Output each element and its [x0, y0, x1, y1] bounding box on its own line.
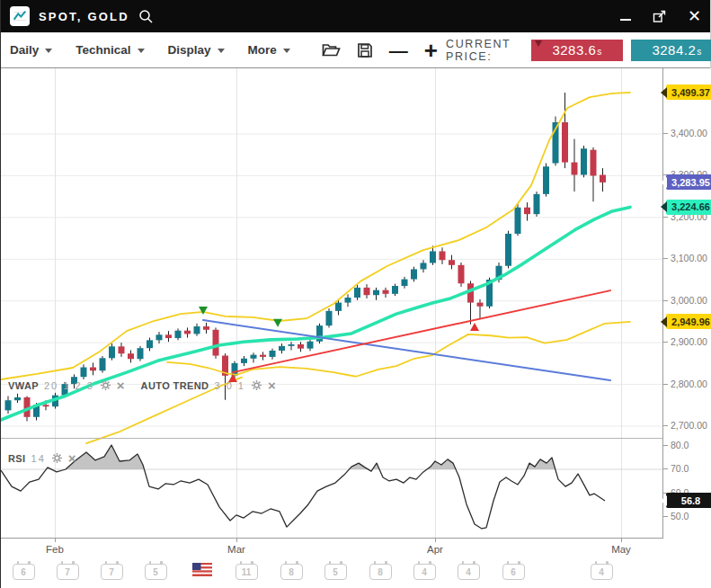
- candle-body: [184, 331, 191, 334]
- candle-body: [572, 163, 578, 175]
- calendar-day-icon[interactable]: 4: [413, 564, 436, 580]
- vwap-params: 20 1 2 3: [44, 380, 94, 391]
- rsi-label: RSI: [8, 453, 26, 464]
- price-tick-label: 2,700.00: [663, 420, 707, 431]
- sell-triangle-icon: [199, 307, 208, 315]
- ask-price-badge[interactable]: 3284.2s: [631, 40, 711, 61]
- candle-body: [43, 405, 49, 406]
- bid-price-badge[interactable]: 3283.6s: [531, 40, 623, 61]
- search-icon[interactable]: [138, 9, 154, 24]
- calendar-day-icon[interactable]: 4: [458, 564, 480, 580]
- candle-body: [194, 326, 200, 334]
- price-tick-label: 3,000.00: [663, 295, 707, 306]
- calendar-day-icon[interactable]: 5: [145, 564, 167, 580]
- price-level-badge: 3,224.66: [666, 200, 711, 215]
- candle-body: [298, 344, 304, 349]
- candle-body: [421, 263, 427, 269]
- vwap-settings-gear-icon[interactable]: [100, 379, 111, 391]
- candle-body: [373, 290, 379, 296]
- calendar-day-icon[interactable]: 7: [57, 564, 79, 580]
- price-tick-label: 3,100.00: [663, 253, 707, 263]
- candle-body: [430, 251, 436, 263]
- autotrend-resistance-line: [203, 320, 610, 380]
- app-logo-icon: [10, 6, 30, 26]
- autotrend-params: 3 0 1: [214, 380, 244, 391]
- candle-body: [5, 400, 12, 410]
- candle-body: [128, 353, 134, 359]
- calendar-day-icon[interactable]: 6: [13, 564, 35, 580]
- menu-display[interactable]: Display: [168, 43, 225, 57]
- indicator-legend-row: VWAP 20 1 2 3 × AUTO TREND 3 0 1 ×: [8, 379, 276, 392]
- candle-body: [279, 346, 285, 351]
- rsi-settings-gear-icon[interactable]: [51, 452, 63, 464]
- app-window: SPOT, GOLD ✕ Daily Technical: [0, 0, 711, 588]
- candle-body: [392, 286, 398, 294]
- price-level-badge: 2,949.96: [666, 314, 711, 329]
- chevron-down-icon: [45, 49, 52, 53]
- price-tick-label: 2,900.00: [663, 336, 707, 347]
- candle-body: [213, 330, 219, 356]
- zoom-out-button[interactable]: —: [389, 41, 408, 59]
- candle-body: [477, 303, 484, 307]
- candle-body: [515, 208, 521, 234]
- rsi-legend-row: RSI 14 ×: [8, 451, 76, 465]
- chart-plot[interactable]: [1, 68, 663, 558]
- candle-body: [364, 288, 370, 295]
- month-label: Mar: [217, 544, 256, 555]
- price-tick-label: 50.0: [663, 511, 689, 521]
- candle-body: [14, 397, 21, 400]
- autotrend-label: AUTO TREND: [141, 380, 209, 391]
- candle-body: [203, 326, 209, 330]
- autotrend-support-line: [233, 290, 610, 372]
- calendar-day-icon[interactable]: 4: [591, 564, 613, 580]
- menu-technical[interactable]: Technical: [76, 43, 144, 57]
- calendar-day-icon[interactable]: 6: [502, 564, 525, 580]
- candle-body: [534, 194, 540, 214]
- candle-body: [543, 166, 549, 194]
- chart-canvas[interactable]: 3,400.003,300.003,200.003,100.003,000.00…: [1, 68, 711, 588]
- chevron-down-icon: [218, 49, 225, 53]
- minimize-button[interactable]: [620, 12, 631, 21]
- candle-body: [354, 288, 360, 298]
- price-level-badge: 3,499.37: [666, 85, 711, 100]
- title-bar: SPOT, GOLD ✕: [1, 0, 710, 32]
- candle-body: [270, 351, 276, 357]
- rsi-remove-icon[interactable]: ×: [68, 453, 76, 464]
- calendar-day-icon[interactable]: 11: [236, 564, 258, 580]
- sell-triangle-icon: [273, 319, 282, 327]
- candle-body: [562, 122, 568, 163]
- price-tick-label: 3,400.00: [663, 128, 707, 138]
- calendar-day-icon[interactable]: 5: [324, 564, 347, 580]
- candle-body: [600, 175, 606, 183]
- us-flag-icon[interactable]: [192, 563, 212, 576]
- candle-body: [100, 358, 106, 370]
- menu-daily[interactable]: Daily: [10, 43, 52, 57]
- price-level-badge: 3,283.95: [666, 174, 711, 190]
- candle-body: [345, 298, 351, 303]
- candle-body: [119, 346, 125, 353]
- candle-body: [326, 311, 333, 325]
- candle-body: [505, 234, 511, 266]
- candle-body: [383, 290, 389, 294]
- vwap-remove-icon[interactable]: ×: [117, 380, 125, 391]
- calendar-day-icon[interactable]: 8: [280, 564, 303, 580]
- folder-open-icon[interactable]: [322, 42, 341, 58]
- month-label: Apr: [415, 544, 455, 555]
- autotrend-settings-gear-icon[interactable]: [251, 379, 262, 391]
- autotrend-remove-icon[interactable]: ×: [268, 380, 276, 391]
- candle-body: [147, 340, 153, 348]
- zoom-in-button[interactable]: +: [424, 41, 438, 59]
- save-icon[interactable]: [357, 42, 373, 58]
- close-button[interactable]: ✕: [688, 8, 701, 24]
- candle-body: [251, 355, 257, 359]
- candle-body: [402, 280, 408, 286]
- candle-body: [440, 251, 446, 260]
- candle-body: [289, 344, 295, 346]
- window-title: SPOT, GOLD: [39, 10, 129, 23]
- menu-more[interactable]: More: [248, 43, 290, 57]
- rsi-line: [1, 445, 605, 529]
- calendar-day-icon[interactable]: 8: [369, 564, 392, 580]
- calendar-day-icon[interactable]: 7: [101, 564, 123, 580]
- popout-window-button[interactable]: [653, 10, 666, 23]
- price-tick-label: 2,800.00: [663, 379, 707, 389]
